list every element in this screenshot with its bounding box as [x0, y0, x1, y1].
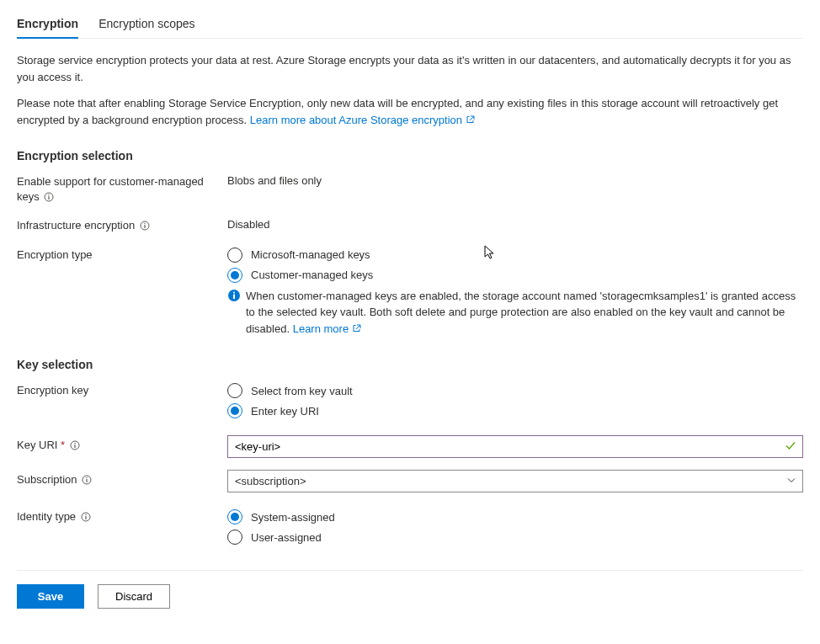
discard-button[interactable]: Discard [98, 584, 170, 609]
info-icon[interactable] [82, 474, 92, 489]
svg-point-1 [49, 194, 50, 195]
radio-customer-managed-keys[interactable]: Customer-managed keys [227, 268, 803, 283]
svg-point-16 [85, 514, 86, 515]
radio-icon [227, 247, 242, 263]
svg-rect-14 [87, 479, 88, 482]
radio-label: User-assigned [251, 531, 322, 544]
label-key-uri: Key URI * [17, 438, 227, 455]
description-paragraph-1: Storage service encryption protects your… [17, 52, 803, 85]
radio-icon [227, 268, 242, 283]
radio-icon [227, 509, 242, 524]
svg-rect-17 [85, 516, 86, 519]
radio-group-identity-type: System-assigned User-assigned [227, 509, 803, 550]
radio-label: Customer-managed keys [251, 269, 373, 281]
label-encryption-key: Encryption key [17, 383, 227, 398]
label-infrastructure-encryption: Infrastructure encryption [17, 218, 227, 235]
external-link-icon [352, 322, 362, 338]
info-icon[interactable] [81, 511, 91, 526]
radio-select-from-key-vault[interactable]: Select from key vault [227, 383, 803, 398]
radio-label: Enter key URI [251, 405, 319, 418]
section-heading-key-selection: Key selection [17, 358, 803, 371]
tab-encryption[interactable]: Encryption [17, 17, 78, 39]
svg-point-7 [233, 291, 235, 293]
key-uri-input[interactable] [227, 435, 803, 458]
label-subscription: Subscription [17, 472, 227, 489]
subscription-select[interactable]: <subscription> [227, 470, 803, 492]
section-heading-encryption-selection: Encryption selection [17, 149, 803, 162]
save-button[interactable]: Save [17, 584, 84, 609]
notice-learn-more-link[interactable]: Learn more [293, 322, 362, 335]
cmk-info-notice: When customer-managed keys are enabled, … [227, 288, 803, 338]
svg-rect-2 [49, 196, 50, 200]
radio-user-assigned[interactable]: User-assigned [227, 530, 803, 545]
radio-microsoft-managed-keys[interactable]: Microsoft-managed keys [227, 247, 803, 263]
radio-icon [227, 403, 242, 418]
radio-icon [227, 530, 242, 545]
svg-rect-11 [74, 444, 75, 448]
label-cmk-support: Enable support for customer-managed keys [17, 174, 227, 206]
svg-point-10 [74, 443, 75, 444]
footer-actions: Save Discard [17, 570, 803, 609]
value-cmk-support: Blobs and files only [227, 174, 803, 187]
label-encryption-type: Encryption type [17, 247, 227, 263]
radio-group-encryption-key: Select from key vault Enter key URI [227, 383, 803, 423]
svg-rect-8 [233, 294, 235, 299]
radio-label: Microsoft-managed keys [251, 248, 370, 261]
radio-group-encryption-type: Microsoft-managed keys Customer-managed … [227, 247, 803, 338]
info-icon[interactable] [140, 220, 150, 235]
tab-encryption-scopes[interactable]: Encryption scopes [99, 17, 194, 38]
radio-system-assigned[interactable]: System-assigned [227, 509, 803, 524]
svg-point-4 [144, 223, 145, 224]
radio-label: System-assigned [251, 511, 335, 524]
radio-label: Select from key vault [251, 385, 353, 397]
learn-more-link[interactable]: Learn more about Azure Storage encryptio… [250, 114, 476, 126]
radio-enter-key-uri[interactable]: Enter key URI [227, 403, 803, 418]
svg-rect-5 [144, 225, 145, 228]
check-icon [785, 439, 796, 454]
required-indicator: * [61, 439, 65, 451]
description-paragraph-2: Please note that after enabling Storage … [17, 95, 803, 129]
info-filled-icon [227, 289, 241, 307]
radio-icon [227, 383, 242, 398]
value-infrastructure-encryption: Disabled [227, 218, 803, 231]
info-icon[interactable] [70, 439, 80, 455]
svg-point-13 [86, 477, 87, 478]
label-identity-type: Identity type [17, 509, 227, 526]
external-link-icon [466, 113, 476, 130]
info-icon[interactable] [44, 191, 54, 206]
tab-bar: Encryption Encryption scopes [17, 17, 803, 39]
